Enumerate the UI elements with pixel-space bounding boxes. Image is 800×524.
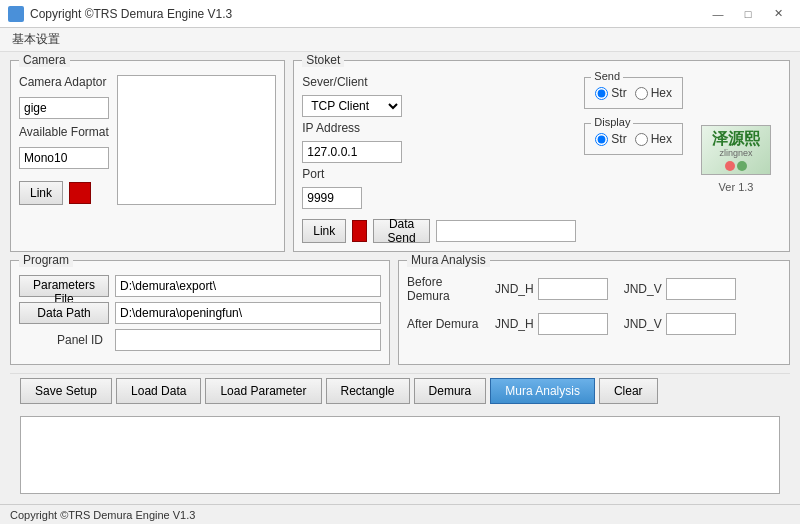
camera-group-title: Camera (19, 53, 70, 67)
before-demura-row: Before Demura JND_H JND_V (407, 275, 781, 303)
title-bar: Copyright ©TRS Demura Engine V1.3 — □ ✕ (0, 0, 800, 28)
camera-preview-area (117, 75, 276, 205)
port-input[interactable] (302, 187, 362, 209)
mura-group: Mura Analysis Before Demura JND_H JND_V … (398, 260, 790, 365)
after-demura-label: After Demura (407, 317, 487, 331)
camera-adaptor-label: Camera Adaptor (19, 75, 109, 89)
display-hex-radio[interactable] (635, 133, 648, 146)
before-jnd-h-label: JND_H (495, 282, 534, 296)
available-format-input[interactable] (19, 147, 109, 169)
data-path-row: Data Path (19, 302, 381, 324)
send-str-radio[interactable] (595, 87, 608, 100)
stoket-link-button[interactable]: Link (302, 219, 346, 243)
panel-id-row: Panel ID (19, 329, 381, 351)
panel-id-input[interactable] (115, 329, 381, 351)
after-jnd-v-group: JND_V (624, 313, 736, 335)
data-path-button[interactable]: Data Path (19, 302, 109, 324)
load-data-button[interactable]: Load Data (116, 378, 201, 404)
send-hex-radio[interactable] (635, 87, 648, 100)
load-parameter-button[interactable]: Load Parameter (205, 378, 321, 404)
stoket-inner: Sever/Client TCP Client TCP Server UDP I… (302, 75, 781, 243)
display-str-label[interactable]: Str (595, 132, 626, 146)
stoket-group: Stoket Sever/Client TCP Client TCP Serve… (293, 60, 790, 252)
rectangle-button[interactable]: Rectangle (326, 378, 410, 404)
after-jnd-h-label: JND_H (495, 317, 534, 331)
available-format-label: Available Format (19, 125, 109, 139)
mura-analysis-button[interactable]: Mura Analysis (490, 378, 595, 404)
ip-label: IP Address (302, 121, 576, 135)
close-button[interactable]: ✕ (764, 4, 792, 24)
data-send-button[interactable]: Data Send (373, 219, 431, 243)
program-group: Program Parameters File Data Path Panel … (10, 260, 390, 365)
logo-content: 泽源熙 zlingnex (712, 129, 760, 171)
logo-area: 泽源熙 zlingnex Ver 1.3 (691, 75, 781, 243)
camera-inner: Camera Adaptor Available Format Link (19, 75, 276, 205)
logo-image: 泽源熙 zlingnex (701, 125, 771, 175)
send-str-label[interactable]: Str (595, 86, 626, 100)
display-box: Display Str Hex (584, 123, 683, 155)
camera-link-row: Link (19, 181, 109, 205)
app-icon (8, 6, 24, 22)
after-jnd-v-input[interactable] (666, 313, 736, 335)
logo-main-text: 泽源熙 (712, 129, 760, 148)
maximize-button[interactable]: □ (734, 4, 762, 24)
send-box: Send Str Hex (584, 77, 683, 109)
data-path-input[interactable] (115, 302, 381, 324)
ver-text: Ver 1.3 (719, 181, 754, 193)
stoket-group-title: Stoket (302, 53, 344, 67)
after-jnd-v-label: JND_V (624, 317, 662, 331)
after-jnd-h-group: JND_H (495, 313, 608, 335)
before-jnd-h-input[interactable] (538, 278, 608, 300)
ip-address-input[interactable] (302, 141, 402, 163)
before-jnd-v-input[interactable] (666, 278, 736, 300)
camera-left: Camera Adaptor Available Format Link (19, 75, 109, 205)
sever-client-col: Sever/Client TCP Client TCP Server UDP I… (302, 75, 576, 243)
menu-item-basic-settings[interactable]: 基本设置 (8, 30, 64, 49)
camera-group: Camera Camera Adaptor Available Format L… (10, 60, 285, 252)
stoket-link-row: Link Data Send (302, 219, 576, 243)
minimize-button[interactable]: — (704, 4, 732, 24)
bottom-toolbar: Save Setup Load Data Load Parameter Rect… (10, 373, 790, 408)
before-jnd-h-group: JND_H (495, 278, 608, 300)
mura-group-title: Mura Analysis (407, 253, 490, 267)
before-demura-label: Before Demura (407, 275, 487, 303)
program-group-title: Program (19, 253, 73, 267)
middle-row: Program Parameters File Data Path Panel … (10, 260, 790, 365)
data-send-input[interactable] (436, 220, 576, 242)
save-setup-button[interactable]: Save Setup (20, 378, 112, 404)
sever-client-select[interactable]: TCP Client TCP Server UDP (302, 95, 402, 117)
camera-status-indicator (69, 182, 91, 204)
status-bar-text: Copyright ©TRS Demura Engine V1.3 (10, 509, 195, 521)
display-hex-label[interactable]: Hex (635, 132, 672, 146)
display-box-title: Display (591, 116, 633, 128)
parameters-file-button[interactable]: Parameters File (19, 275, 109, 297)
display-radio-group: Str Hex (595, 132, 672, 146)
top-row: Camera Camera Adaptor Available Format L… (10, 60, 790, 252)
before-jnd-v-group: JND_V (624, 278, 736, 300)
camera-adaptor-input[interactable] (19, 97, 109, 119)
port-label: Port (302, 167, 576, 181)
logo-dot1 (725, 161, 735, 171)
clear-button[interactable]: Clear (599, 378, 658, 404)
send-display-col: Send Str Hex D (584, 75, 683, 243)
demura-button[interactable]: Demura (414, 378, 487, 404)
status-bar: Copyright ©TRS Demura Engine V1.3 (0, 504, 800, 524)
sever-client-label: Sever/Client (302, 75, 576, 89)
main-content: Camera Camera Adaptor Available Format L… (0, 52, 800, 504)
title-bar-controls: — □ ✕ (704, 4, 792, 24)
before-jnd-v-label: JND_V (624, 282, 662, 296)
title-bar-text: Copyright ©TRS Demura Engine V1.3 (30, 7, 704, 21)
after-demura-row: After Demura JND_H JND_V (407, 313, 781, 335)
send-box-title: Send (591, 70, 623, 82)
camera-link-button[interactable]: Link (19, 181, 63, 205)
log-area (20, 416, 780, 494)
display-str-radio[interactable] (595, 133, 608, 146)
logo-sub-text: zlingnex (712, 148, 760, 158)
send-hex-label[interactable]: Hex (635, 86, 672, 100)
parameters-file-row: Parameters File (19, 275, 381, 297)
menu-bar: 基本设置 (0, 28, 800, 52)
after-jnd-h-input[interactable] (538, 313, 608, 335)
panel-id-label: Panel ID (19, 333, 109, 347)
stoket-status-indicator (352, 220, 367, 242)
parameters-file-input[interactable] (115, 275, 381, 297)
